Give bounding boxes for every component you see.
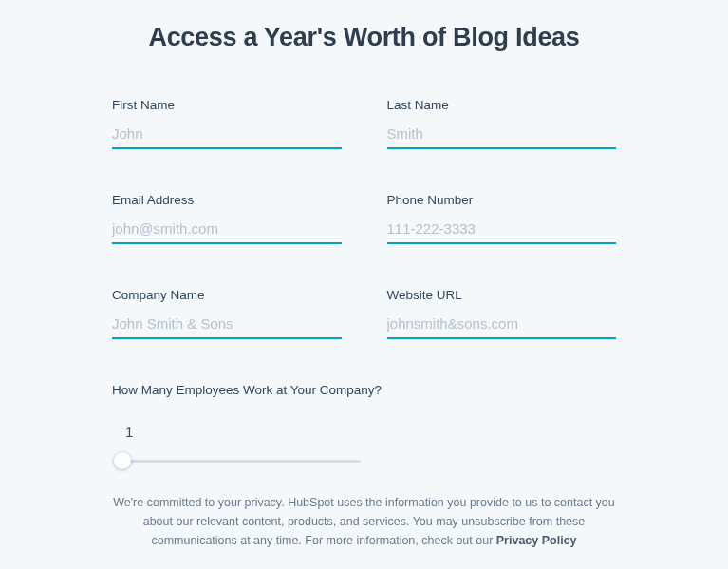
last-name-label: Last Name bbox=[387, 98, 617, 112]
email-input[interactable] bbox=[112, 217, 342, 244]
privacy-text: We're committed to your privacy. HubSpot… bbox=[57, 493, 671, 550]
field-first-name: First Name bbox=[112, 98, 342, 149]
field-company: Company Name bbox=[112, 288, 342, 339]
last-name-input[interactable] bbox=[387, 122, 617, 149]
privacy-policy-link[interactable]: Privacy Policy bbox=[496, 534, 577, 547]
page-title: Access a Year's Worth of Blog Ideas bbox=[57, 23, 671, 52]
employees-section: How Many Employees Work at Your Company?… bbox=[57, 383, 671, 470]
website-input[interactable] bbox=[387, 312, 617, 339]
field-website: Website URL bbox=[387, 288, 617, 339]
company-label: Company Name bbox=[112, 288, 342, 302]
field-phone: Phone Number bbox=[387, 193, 617, 244]
employees-value: 1 bbox=[125, 424, 616, 440]
first-name-label: First Name bbox=[112, 98, 342, 112]
phone-label: Phone Number bbox=[387, 193, 617, 207]
phone-input[interactable] bbox=[387, 217, 617, 244]
form-grid: First Name Last Name Email Address Phone… bbox=[57, 98, 671, 339]
slider-track bbox=[114, 460, 361, 463]
employees-label: How Many Employees Work at Your Company? bbox=[112, 383, 616, 397]
website-label: Website URL bbox=[387, 288, 617, 302]
company-input[interactable] bbox=[112, 312, 342, 339]
field-email: Email Address bbox=[112, 193, 342, 244]
email-label: Email Address bbox=[112, 193, 342, 207]
field-last-name: Last Name bbox=[387, 98, 617, 149]
first-name-input[interactable] bbox=[112, 122, 342, 149]
employees-slider[interactable] bbox=[114, 451, 361, 470]
slider-thumb[interactable] bbox=[114, 452, 131, 469]
